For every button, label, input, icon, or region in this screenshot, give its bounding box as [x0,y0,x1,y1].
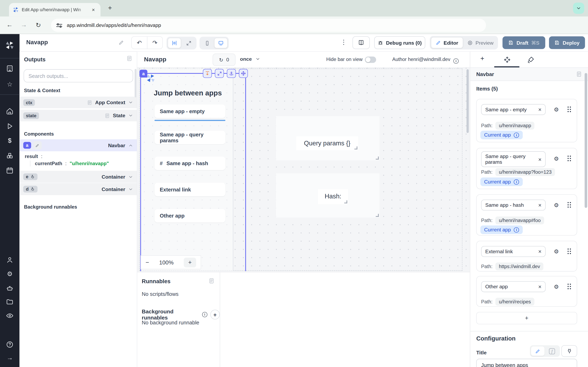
sidebar-item-runs[interactable] [6,123,13,130]
nav-item-hash[interactable]: # Same app - hash [155,157,225,170]
canvas-scrollbar[interactable] [467,69,469,133]
windmill-logo-icon[interactable] [5,41,14,50]
sidebar-collapse-icon[interactable]: → [6,354,13,362]
debug-runs-button[interactable]: Debug runs (0) [374,36,425,49]
chevron-down-icon[interactable] [128,174,133,179]
mobile-view-button[interactable] [201,38,213,48]
tab-component-settings[interactable] [504,56,511,63]
clear-label-icon[interactable]: × [538,284,541,290]
edit-id-icon[interactable] [33,141,42,149]
outputs-scrollbar[interactable] [135,69,136,98]
info-icon[interactable]: i [202,312,207,317]
navbar-result-tree[interactable]: result: currentPath : "u/henri/navapp" [20,151,137,171]
drag-handle-icon[interactable] [567,155,572,162]
new-tab-button[interactable]: + [108,4,112,12]
tab-theme-styling[interactable] [527,56,534,63]
title-value-input[interactable] [476,359,577,367]
add-background-runnable-button[interactable]: + [210,310,220,319]
deploy-button[interactable]: Deploy [549,36,585,49]
nav-item-external-link[interactable]: External link [155,183,225,196]
sidebar-item-variables[interactable]: $ [6,137,13,145]
item-settings-icon[interactable]: ⚙ [554,202,559,209]
search-tabs-button[interactable] [573,3,584,14]
chevron-down-icon[interactable] [128,113,133,118]
undo-button[interactable]: ↶ [132,37,147,49]
info-icon[interactable]: i [514,132,519,138]
author-info-icon[interactable]: i [453,58,459,64]
sidebar-item-workers[interactable] [6,285,13,292]
sidebar-item-help[interactable] [6,341,13,348]
zoom-in-button[interactable]: + [184,258,196,267]
expand-down-button[interactable] [203,69,212,78]
expression-value-button[interactable]: f [545,346,559,356]
anchor-component-button[interactable]: ⚓ [227,69,236,78]
app-canvas[interactable]: a ⚓ Jump between apps [137,68,470,272]
resize-handle[interactable] [376,157,379,160]
fullscreen-component-button[interactable] [215,69,224,78]
static-value-button[interactable] [531,346,545,356]
url-bar[interactable]: app.windmill.dev/apps/edit/u/henri/navap… [51,19,486,32]
hash-container[interactable]: Hash: [276,173,380,217]
sidebar-item-schedules[interactable] [6,167,13,174]
connect-input-button[interactable] [562,345,577,357]
sidebar-item-folders[interactable] [6,298,13,306]
output-row-state[interactable]: state State [20,110,137,121]
chevron-down-icon[interactable] [128,100,133,105]
drag-handle-icon[interactable] [567,283,572,290]
desktop-view-button[interactable] [214,38,228,48]
clear-label-icon[interactable]: × [538,202,541,208]
run-mode-dropdown[interactable]: once [240,56,260,62]
sidebar-item-home[interactable] [6,108,13,115]
clear-label-icon[interactable]: × [538,156,541,162]
redo-button[interactable]: ↷ [147,37,162,49]
drag-handle-icon[interactable] [567,106,572,113]
more-options-icon[interactable]: ⋮ [341,38,347,46]
output-row-container-d[interactable]: d Container [20,183,137,195]
item-settings-icon[interactable]: ⚙ [554,248,559,255]
fullscreen-layout-button[interactable] [182,38,195,48]
doc-panel-icon[interactable] [576,71,582,77]
sidebar-item-workspace[interactable] [6,65,13,72]
doc-panel-icon[interactable] [126,55,132,61]
refresh-count-button[interactable]: ↻ 0 [213,54,235,66]
draft-button[interactable]: Draft ⌘S [502,36,545,49]
item-settings-icon[interactable]: ⚙ [554,106,559,113]
doc-panel-icon[interactable] [208,278,214,284]
site-settings-icon[interactable] [56,23,62,28]
sidebar-item-resources[interactable] [6,152,13,160]
query-params-text[interactable]: Query params {} [296,136,358,150]
sidebar-item-audit-logs[interactable] [6,312,13,319]
reload-button[interactable]: ↻ [35,21,41,29]
query-params-container[interactable]: Query params {} [276,116,380,160]
clear-label-icon[interactable]: × [538,248,541,255]
sidebar-item-users[interactable] [6,256,13,264]
info-icon[interactable]: i [514,179,519,184]
item-settings-icon[interactable]: ⚙ [554,284,559,290]
nav-item-other-app[interactable]: Other app [155,209,225,222]
hide-bar-toggle[interactable] [365,57,376,63]
sidebar-item-settings[interactable]: ⚙ [6,270,13,278]
item-label-input[interactable]: External link × [481,246,546,257]
panel-scrollbar[interactable] [585,73,587,208]
output-row-container-e[interactable]: e Container [20,171,137,183]
forward-button[interactable]: → [21,21,27,29]
item-path-value[interactable]: u/henri/navapp [495,122,535,130]
clear-label-icon[interactable]: × [538,106,541,113]
resize-handle[interactable] [344,200,347,203]
output-row-ctx[interactable]: ctx App Context [20,97,137,108]
tab-insert-component[interactable]: + [480,55,484,63]
search-outputs-input[interactable] [24,69,133,82]
item-settings-icon[interactable]: ⚙ [554,155,559,162]
add-nav-item-button[interactable]: + [476,312,577,324]
browser-tab[interactable]: Edit App u/henri/navapp | Win × [9,3,100,17]
preview-tab[interactable]: Preview [464,37,497,48]
output-row-navbar[interactable]: a Navbar [20,139,137,151]
chevron-down-icon[interactable] [128,187,133,192]
item-label-input[interactable]: Same app - hash × [481,200,546,210]
item-label-input[interactable]: Same app - empty × [481,104,546,115]
back-button[interactable]: ← [6,21,13,29]
edit-title-icon[interactable] [118,40,124,45]
item-label-input[interactable]: Same app - query params × [481,151,546,167]
nav-item-query-params[interactable]: Same app - query params [155,131,225,144]
hash-text[interactable]: Hash: [318,189,348,204]
